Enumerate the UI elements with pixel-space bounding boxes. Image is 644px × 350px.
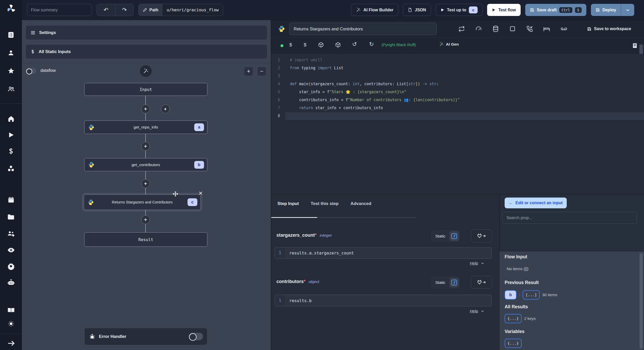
lint-status[interactable]: (Pyright Black Ruff) — [382, 42, 416, 47]
search-prop-input[interactable] — [502, 212, 637, 224]
all-static-inputs-box[interactable]: All Static Inputs — [26, 44, 267, 59]
move-step-handle[interactable] — [173, 191, 178, 197]
python-icon — [278, 25, 285, 32]
star-icon[interactable] — [0, 67, 22, 74]
windmill-logo-icon[interactable] — [0, 4, 22, 14]
variables-object-badge[interactable]: {...} — [505, 339, 522, 348]
static-toggle-stargazers[interactable]: Static f — [431, 230, 460, 242]
all-results-object-badge[interactable]: {...} — [505, 314, 522, 323]
settings-gear-icon[interactable] — [0, 262, 22, 270]
arrow-left-icon: ← — [509, 201, 513, 205]
ai-flow-builder-button[interactable]: AI Flow Builder — [351, 4, 398, 16]
users-icon[interactable] — [0, 86, 22, 93]
test-up-to-button[interactable]: Test up to c — [436, 4, 483, 16]
path-group[interactable]: Path u/henri/gracious_flow — [138, 4, 223, 16]
robot-icon[interactable] — [0, 279, 22, 286]
vars-dollar-icon[interactable]: $ — [304, 42, 307, 48]
voicemail-icon[interactable] — [560, 25, 567, 32]
add-step-button[interactable] — [141, 215, 150, 224]
package-icon[interactable] — [318, 42, 324, 48]
folders-icon[interactable] — [0, 213, 22, 221]
ai-gen-button[interactable]: AI Gen — [439, 42, 459, 47]
assets-dollar-icon[interactable]: $ — [289, 42, 292, 48]
resources-boxes-icon[interactable] — [0, 165, 22, 172]
concurrency-square-icon[interactable] — [509, 25, 516, 32]
redo-icon[interactable]: ↻ — [369, 41, 374, 48]
step-node-c-selected[interactable]: Returns Stargazers and Contributors c — [84, 194, 201, 210]
graph-wand-button[interactable] — [140, 65, 152, 77]
deploy-button[interactable]: Deploy — [591, 4, 621, 16]
zoom-out-button[interactable]: − — [257, 67, 266, 76]
test-flow-button[interactable]: Test flow — [487, 4, 520, 16]
redo-button[interactable]: ↷ — [115, 4, 133, 16]
python-icon — [88, 124, 95, 131]
previous-result-heading: Previous Result — [505, 280, 539, 285]
pencil-icon — [143, 8, 147, 12]
variables-heading: Variables — [505, 329, 524, 334]
expr-input-stargazers[interactable]: 1 results.a.stargazers_count — [275, 247, 492, 259]
editor-scrollbar-thumb[interactable] — [639, 45, 643, 54]
flow-summary-input[interactable] — [27, 4, 92, 16]
step-badge-c: c — [469, 6, 478, 13]
phone-incoming-icon[interactable] — [526, 25, 533, 32]
result-node[interactable]: Result — [84, 232, 207, 247]
step-node-b[interactable]: get_contributors b — [84, 158, 207, 171]
help-link[interactable]: Help — [470, 261, 484, 266]
kbd-s: S — [575, 7, 582, 13]
user-icon[interactable] — [0, 49, 22, 56]
groups-cog-icon[interactable] — [0, 230, 22, 237]
trigger-bolt-button[interactable] — [161, 105, 170, 113]
add-step-button[interactable] — [141, 142, 150, 151]
static-toggle-contributors[interactable]: Static f — [431, 276, 460, 289]
add-step-button[interactable] — [141, 179, 150, 188]
tab-step-input[interactable]: Step Input — [277, 201, 299, 206]
function-mode-icon[interactable]: f — [450, 231, 459, 241]
library-icon[interactable] — [632, 42, 638, 49]
step-node-a[interactable]: get_repo_info a — [84, 121, 207, 134]
delete-step-icon[interactable] — [198, 191, 203, 195]
save-to-workspace-button[interactable]: Save to workspace — [587, 20, 631, 38]
help-link[interactable]: Help — [470, 309, 484, 313]
expr-input-contributors[interactable]: 1 results.b — [275, 295, 492, 306]
path-value[interactable]: u/henri/gracious_flow — [163, 4, 223, 16]
dataflow-toggle[interactable] — [26, 68, 36, 74]
add-step-button[interactable] — [141, 105, 150, 113]
collapse-arrow-icon[interactable] — [0, 339, 22, 347]
theme-sun-icon[interactable] — [0, 320, 22, 327]
function-mode-icon[interactable]: f — [450, 278, 459, 287]
error-handler-box[interactable]: Error Handler — [84, 328, 207, 345]
gauge-icon[interactable] — [475, 25, 482, 32]
tab-advanced[interactable]: Advanced — [350, 201, 371, 206]
deploy-dropdown-chevron[interactable] — [621, 4, 634, 16]
docs-book-icon[interactable] — [0, 306, 22, 314]
prev-result-array-badge[interactable]: [...] — [523, 290, 540, 300]
props-scrollbar-thumb[interactable] — [640, 253, 643, 349]
package-icon[interactable] — [335, 42, 341, 48]
workspace-grid-icon[interactable] — [0, 31, 22, 38]
tab-test-this-step[interactable]: Test this step — [311, 201, 338, 206]
code-area[interactable]: 12345678 # import wmillfrom typing impor… — [271, 54, 644, 194]
undo-icon[interactable]: ↺ — [352, 41, 357, 48]
prev-result-key-badge[interactable]: b — [505, 290, 516, 300]
undo-button[interactable]: ↶ — [97, 4, 115, 16]
runs-play-icon[interactable] — [0, 132, 22, 138]
step-id-badge: c — [188, 198, 197, 206]
json-button[interactable]: JSON — [403, 4, 431, 16]
step-id-badge: b — [194, 161, 204, 169]
sleep-bed-icon[interactable] — [543, 25, 550, 32]
connect-input-button-contributors[interactable] — [471, 276, 492, 289]
edit-or-connect-button[interactable]: ← Edit or connect an input — [505, 198, 567, 208]
eye-icon[interactable] — [0, 246, 22, 254]
cache-database-icon[interactable] — [492, 25, 499, 32]
input-node[interactable]: Input — [84, 83, 207, 96]
step-title-input[interactable] — [289, 23, 437, 35]
connect-input-button-stargazers[interactable] — [471, 229, 492, 242]
zoom-in-button[interactable]: + — [244, 67, 253, 76]
error-handler-toggle[interactable] — [189, 333, 203, 340]
schedules-calendar-icon[interactable] — [0, 196, 22, 203]
variables-dollar-icon[interactable] — [0, 148, 22, 155]
save-draft-button[interactable]: Save draft Ctrl S — [525, 4, 586, 16]
retry-icon[interactable] — [458, 25, 465, 32]
settings-box[interactable]: Settings — [26, 25, 267, 40]
home-icon[interactable] — [0, 115, 22, 122]
